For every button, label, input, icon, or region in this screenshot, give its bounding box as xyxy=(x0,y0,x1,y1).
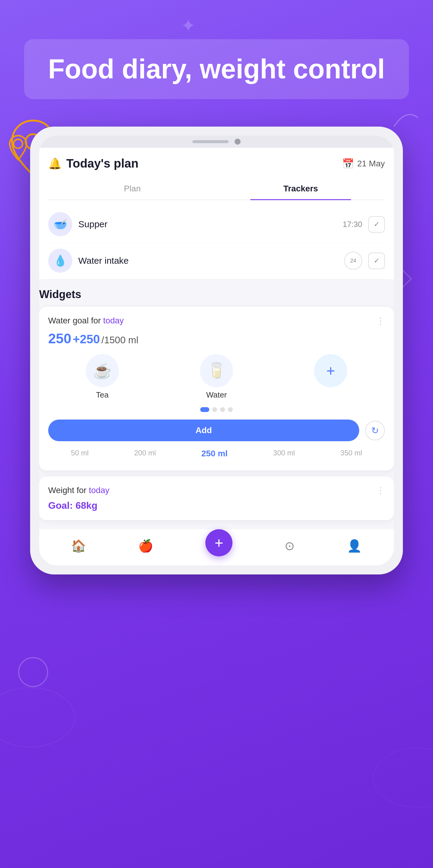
progress-icon: ⊙ xyxy=(285,539,295,553)
ml-300[interactable]: 300 ml xyxy=(273,449,295,458)
water-icon: 💧 xyxy=(48,249,72,273)
weight-widget-title: Weight for today xyxy=(48,486,109,495)
weight-goal: Goal: 68kg xyxy=(48,500,385,511)
water-widget-card: Water goal for today ⋮ 250 +250 /1500 ml… xyxy=(39,307,394,470)
add-row: Add ↻ xyxy=(48,420,385,441)
tea-icon: ☕ xyxy=(86,354,119,387)
drink-water[interactable]: 🥛 Water xyxy=(162,354,270,400)
meal-row-water[interactable]: 💧 Water intake 24 ✓ xyxy=(48,243,385,279)
header-right: 📅 21 May xyxy=(342,158,385,169)
ml-350[interactable]: 350 ml xyxy=(340,449,362,458)
nav-home[interactable]: 🏠 xyxy=(71,539,86,553)
drink-options: ☕ Tea 🥛 Water + xyxy=(48,354,385,400)
nav-progress[interactable]: ⊙ xyxy=(285,539,295,553)
add-drink[interactable]: + xyxy=(277,354,385,400)
weight-widget-header: Weight for today ⋮ xyxy=(48,486,385,495)
food-icon: 🍎 xyxy=(138,539,153,553)
water-drink-icon: 🥛 xyxy=(200,354,233,387)
ml-200[interactable]: 200 ml xyxy=(134,449,156,458)
svg-point-1 xyxy=(13,139,23,148)
weight-widget-menu-icon[interactable]: ⋮ xyxy=(376,486,385,495)
widget-menu-icon[interactable]: ⋮ xyxy=(376,316,385,326)
header-date: 21 May xyxy=(357,159,385,168)
water-time-24: 24 xyxy=(344,252,362,270)
tea-label: Tea xyxy=(96,390,109,400)
star-decoration: ✦ xyxy=(181,15,196,36)
nav-food[interactable]: 🍎 xyxy=(138,539,153,553)
header-left: 🔔 Today's plan xyxy=(48,157,138,170)
water-plus: +250 xyxy=(73,333,100,346)
water-check[interactable]: ✓ xyxy=(368,253,385,269)
phone-notch xyxy=(192,140,229,143)
add-button[interactable]: Add xyxy=(48,420,359,441)
calendar-icon: 📅 xyxy=(342,158,354,169)
dot-4 xyxy=(228,407,233,412)
add-drink-icon: + xyxy=(314,354,347,387)
supper-check[interactable]: ✓ xyxy=(368,216,385,233)
home-icon: 🏠 xyxy=(71,539,86,553)
bottom-nav: 🏠 🍎 + ⊙ 👤 xyxy=(39,529,394,565)
hero-title: Food diary, weight control xyxy=(36,54,397,84)
screen-header: 🔔 Today's plan 📅 21 May xyxy=(48,157,385,170)
tab-bar: Plan Trackers xyxy=(48,179,385,200)
weight-widget-card: Weight for today ⋮ Goal: 68kg xyxy=(39,476,394,520)
water-current: 250 xyxy=(48,330,71,347)
bell-icon: 🔔 xyxy=(48,157,62,170)
drink-tea[interactable]: ☕ Tea xyxy=(48,354,156,400)
ml-50[interactable]: 50 ml xyxy=(71,449,89,458)
phone-notch-bar xyxy=(39,135,394,148)
phone-screen: 🔔 Today's plan 📅 21 May Plan Trackers xyxy=(39,148,394,279)
page-title: Today's plan xyxy=(66,157,138,170)
supper-icon: 🥣 xyxy=(48,212,72,236)
water-widget-header: Water goal for today ⋮ xyxy=(48,316,385,326)
dot-1 xyxy=(200,407,209,412)
phone-mockup: 🔔 Today's plan 📅 21 May Plan Trackers xyxy=(30,127,403,575)
water-amounts: 250 +250 /1500 ml xyxy=(48,330,385,347)
water-total: /1500 ml xyxy=(101,335,138,346)
wave-decoration-2 xyxy=(373,747,433,808)
carousel-dots xyxy=(48,407,385,412)
profile-icon: 👤 xyxy=(347,539,362,553)
curve-decoration xyxy=(391,105,421,131)
phone-inner: 🔔 Today's plan 📅 21 May Plan Trackers xyxy=(39,135,394,565)
meal-row-supper[interactable]: 🥣 Supper 17:30 ✓ xyxy=(48,206,385,243)
tab-trackers[interactable]: Trackers xyxy=(216,179,385,199)
nav-profile[interactable]: 👤 xyxy=(347,539,362,553)
supper-time: 17:30 xyxy=(343,220,362,229)
widgets-section: Widgets Water goal for today ⋮ 250 +250 … xyxy=(39,279,394,529)
water-label: Water intake xyxy=(78,255,338,266)
dot-3 xyxy=(220,407,225,412)
circle-decoration xyxy=(18,657,48,687)
tab-plan[interactable]: Plan xyxy=(48,179,216,199)
phone-camera xyxy=(235,138,241,145)
hero-card: Food diary, weight control xyxy=(24,39,409,99)
water-widget-title: Water goal for today xyxy=(48,316,124,326)
supper-label: Supper xyxy=(78,219,337,229)
refresh-button[interactable]: ↻ xyxy=(365,421,385,440)
widgets-title: Widgets xyxy=(39,288,394,301)
wave-decoration xyxy=(0,687,75,747)
ml-options: 50 ml 200 ml 250 ml 300 ml 350 ml xyxy=(48,449,385,461)
nav-add-button[interactable]: + xyxy=(205,529,232,556)
water-drink-label: Water xyxy=(206,390,227,400)
dot-2 xyxy=(212,407,217,412)
ml-250[interactable]: 250 ml xyxy=(201,449,228,458)
